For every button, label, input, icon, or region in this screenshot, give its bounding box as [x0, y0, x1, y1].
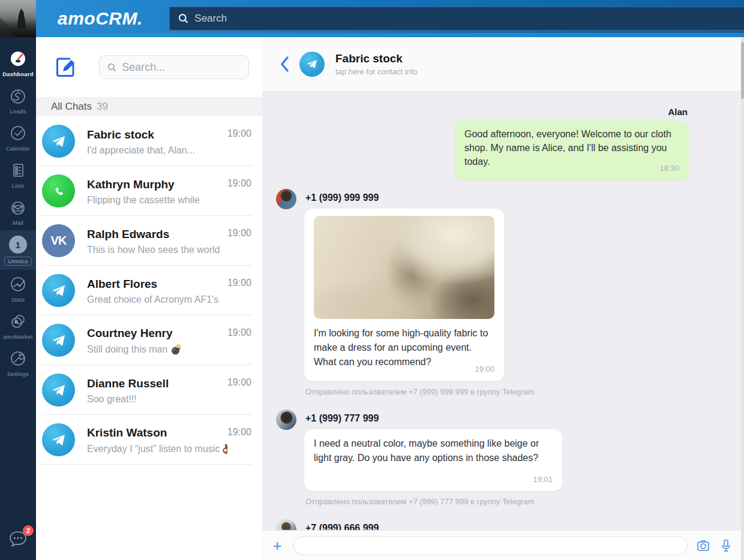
compose-icon	[53, 54, 79, 80]
all-chats-label: All Chats	[51, 101, 92, 113]
message-source-note: Отправлено пользователем +7 (999) 999 99…	[305, 387, 535, 396]
avatar	[696, 107, 718, 128]
chat-preview: Soo great!!!	[87, 394, 227, 405]
support-chat-button[interactable]: 2	[7, 529, 29, 552]
global-search[interactable]	[169, 7, 744, 31]
message-sender: +1 (999) 777 999	[305, 413, 379, 424]
message-composer: +	[262, 530, 744, 560]
chat-item-ralph-edwards[interactable]: VK Ralph Edwards This is how Neo sees th…	[36, 216, 262, 266]
fabric-photo[interactable]	[314, 216, 494, 319]
sidebar-item-lists[interactable]: Lists	[0, 156, 36, 193]
chat-preview: This is how Neo sees the world	[87, 245, 227, 255]
telegram-icon	[42, 274, 75, 307]
telegram-icon	[42, 324, 75, 357]
telegram-icon	[42, 423, 75, 456]
avatar	[276, 410, 296, 430]
scrollbar-thumb[interactable]	[741, 42, 744, 99]
corner-photo	[0, 0, 36, 37]
telegram-icon	[42, 125, 75, 158]
chat-time: 19:00	[227, 128, 251, 139]
dollar-circle-icon	[8, 86, 28, 106]
microphone-icon[interactable]	[719, 538, 733, 553]
telegram-icon	[42, 374, 75, 407]
chat-time: 19:00	[227, 228, 251, 239]
chat-name: Courtney Henry	[87, 327, 227, 340]
global-search-input[interactable]	[194, 13, 737, 25]
chat-preview: Great choice of Acronym AF1's	[87, 294, 227, 305]
sidebar-item-label: Dashboard	[2, 71, 33, 77]
compose-button[interactable]	[51, 52, 81, 82]
conversation-avatar-telegram-icon[interactable]	[299, 52, 325, 77]
chat-item-kathryn-murphy[interactable]: Kathryn Murphy Flipping the cassette whi…	[36, 166, 262, 216]
chat-time: 19:00	[227, 377, 251, 388]
message-sender: Alan	[668, 107, 688, 117]
chat-list-panel: All Chats 39 Fabric stock I'd appreciate…	[36, 37, 262, 560]
chat-time: 19:00	[227, 278, 251, 288]
message-source-note: Отправлено пользователем +7 (999) 777 99…	[305, 497, 535, 506]
chat-time: 19:00	[227, 427, 251, 438]
chat-search-input[interactable]	[122, 61, 241, 74]
message-text: I'm looking for some high-quality fabric…	[314, 328, 488, 367]
sidebar-item-dashboard[interactable]: Dashboard	[0, 44, 36, 82]
attach-plus-icon[interactable]: +	[269, 538, 285, 553]
back-button[interactable]	[275, 52, 293, 76]
amocrm-logo: amoCRM.	[58, 8, 143, 29]
clipboard-icon	[8, 161, 28, 180]
chat-name: Kathryn Murphy	[87, 178, 227, 191]
envelope-icon	[8, 198, 28, 217]
stats-icon	[8, 275, 28, 294]
sidebar: Dashboard Leads	[0, 0, 36, 560]
sidebar-item-umnico[interactable]: 1 Umnico	[0, 230, 36, 270]
sidebar-item-leads[interactable]: Leads	[0, 82, 36, 119]
message-text: I need a neutral color, maybe something …	[314, 438, 539, 463]
message-outgoing: Alan Good afternoon, everyone! Welcome t…	[276, 107, 718, 180]
amocrm-app: Dashboard Leads	[0, 0, 744, 560]
sidebar-item-label: Calendar	[6, 145, 30, 152]
scrollbar-track[interactable]	[741, 37, 744, 560]
camera-icon[interactable]	[696, 538, 710, 553]
chat-item-courtney-henry[interactable]: Courtney Henry Still doing this man 💣 19…	[36, 315, 262, 365]
gauge-icon	[8, 49, 28, 68]
chat-name: Kristin Watson	[87, 426, 227, 439]
chat-item-dianne-russell[interactable]: Dianne Russell Soo great!!! 19:00	[36, 365, 262, 415]
chat-time: 19:00	[227, 327, 251, 338]
all-chats-header[interactable]: All Chats 39	[36, 97, 262, 116]
sidebar-item-settings[interactable]: Settings	[0, 344, 36, 381]
chat-preview: Flipping the cassette while	[87, 195, 227, 206]
message-incoming: +7 (999) 666 999 Alan Good afternoon, ev…	[276, 519, 718, 530]
all-chats-count: 39	[97, 101, 108, 113]
sidebar-nav: Dashboard Leads	[0, 37, 36, 381]
message-time: 19:00	[475, 363, 494, 375]
avatar	[276, 189, 296, 209]
chat-item-kristin-watson[interactable]: Kristin Watson Everyday I “just” listen …	[36, 415, 262, 465]
sidebar-item-stats[interactable]: Stats	[0, 270, 36, 307]
chat-item-fabric-stock[interactable]: Fabric stock I'd appreciate that, Alan..…	[36, 116, 262, 166]
chat-items: Fabric stock I'd appreciate that, Alan..…	[36, 116, 262, 560]
sidebar-item-mail[interactable]: Mail	[0, 193, 36, 230]
avatar-count-icon: 1	[8, 235, 28, 254]
conversation-header[interactable]: Fabric stock tap here for contact info	[262, 37, 744, 91]
conversation-subtitle: tap here for contact info	[335, 67, 418, 76]
sidebar-item-label: amoMarket	[3, 333, 32, 340]
sidebar-item-label: Leads	[10, 108, 26, 115]
chat-preview: I'd appreciate that, Alan...	[87, 145, 227, 156]
chat-search[interactable]	[99, 55, 249, 79]
sidebar-item-calendar[interactable]: Calendar	[0, 119, 36, 156]
chat-item-albert-flores[interactable]: Albert Flores Great choice of Acronym AF…	[36, 266, 262, 315]
sidebar-item-label: Settings	[7, 371, 29, 377]
chevron-left-icon	[280, 56, 289, 73]
sidebar-item-amomarket[interactable]: amoMarket	[0, 307, 36, 344]
message-time: 19:01	[533, 474, 553, 486]
topbar: amoCRM.	[36, 0, 744, 37]
chat-preview: Still doing this man 💣	[87, 344, 227, 355]
message-sender: +7 (999) 666 999	[305, 523, 379, 530]
chat-preview: Everyday I “just” listen to music👌🏾	[87, 443, 227, 454]
message-incoming: +1 (999) 777 999 I need a neutral color,…	[276, 410, 718, 516]
message-input[interactable]	[293, 536, 688, 555]
sidebar-item-label: Umnico	[4, 257, 31, 266]
chat-name: Ralph Edwards	[87, 228, 227, 241]
conversation-panel: Fabric stock tap here for contact info A…	[262, 37, 744, 560]
wrench-icon	[8, 349, 28, 368]
chat-name: Albert Flores	[87, 278, 227, 291]
search-icon	[178, 13, 188, 24]
